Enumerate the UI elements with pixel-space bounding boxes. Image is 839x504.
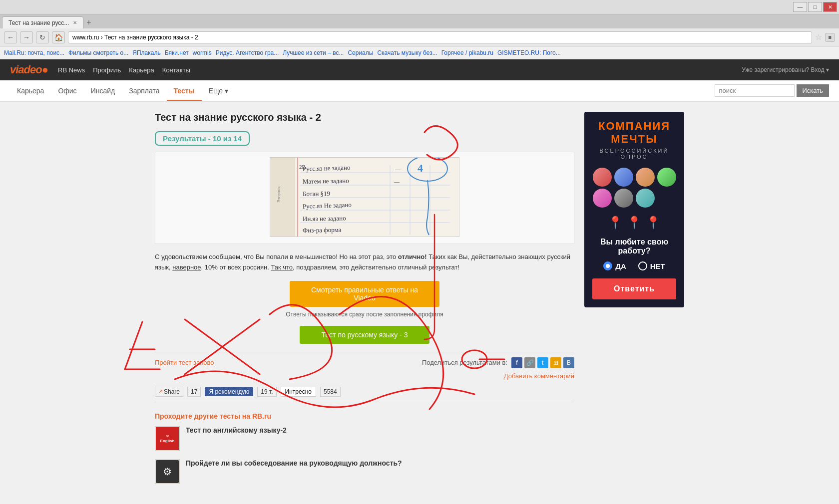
interesting-button[interactable]: Интресно — [281, 387, 316, 397]
other-tests-title[interactable]: Проходите другие тесты на RB.ru — [155, 412, 574, 420]
search-input[interactable] — [715, 84, 795, 97]
test-icon-english-img: ❤ English — [156, 427, 179, 450]
site-header: viadeo● RB News Профиль Карьера Контакты… — [0, 59, 839, 80]
pin-pink-icon: 📍 — [627, 216, 642, 230]
retry-link[interactable]: Пройти тест заново — [155, 359, 214, 366]
close-button[interactable]: ✕ — [823, 2, 837, 12]
tab-close-icon[interactable]: ✕ — [73, 20, 77, 25]
avatar-2 — [614, 168, 633, 187]
ad-title: КОМПАНИЯ МЕЧТЫ — [592, 120, 676, 146]
auth-section[interactable]: Уже зарегистрированы? Вход ▾ — [742, 66, 829, 73]
site-nav: RB News Профиль Карьера Контакты — [58, 66, 190, 74]
nav-profile[interactable]: Профиль — [93, 66, 121, 74]
nav-career[interactable]: Карьера — [129, 66, 154, 74]
main-nav: Карьера Офис Инсайд Зарплата Тесты Еще ▾… — [0, 80, 839, 102]
share-facebook-icon[interactable]: f — [511, 357, 522, 368]
add-comment-link[interactable]: Добавить комментарий — [504, 372, 574, 380]
new-tab-button[interactable]: + — [83, 18, 94, 27]
svg-text:Матем не задано: Матем не задано — [303, 177, 349, 185]
ad-subtitle: ВСЕРОССИЙСКИЙ ОПРОС — [592, 148, 676, 160]
svg-text:2В: 2В — [299, 164, 306, 170]
share-count: 17 — [187, 387, 201, 397]
share-clip-icon[interactable]: 🔗 — [524, 357, 535, 368]
bookmark-mail[interactable]: Mail.Ru: почта, поис... — [4, 49, 64, 56]
bookmark-music[interactable]: Скачать музыку без... — [377, 49, 437, 56]
comment-section: Добавить комментарий — [155, 368, 574, 382]
radio-no-label: НЕТ — [650, 262, 665, 270]
nav-insaid[interactable]: Инсайд — [84, 82, 122, 101]
avatar-4 — [657, 168, 676, 187]
viadeo-answers-button[interactable]: Смотреть правильные ответы на Viadeo — [290, 281, 439, 307]
share-text: Share — [164, 388, 180, 395]
location-pins: 📍 📍 📍 — [592, 216, 676, 230]
test-icon-interview-img: ⚙ — [156, 460, 179, 483]
bookmark-gismeteo[interactable]: GISMETEO.RU: Пого... — [497, 49, 561, 56]
radio-yes[interactable]: ДА — [603, 261, 626, 270]
maximize-button[interactable]: □ — [808, 2, 822, 12]
share-section: Поделиться результатами в: f 🔗 t ⊞ В — [422, 357, 574, 368]
bookmark-best[interactable]: Лучшее из сети – вс... — [283, 49, 344, 56]
fb-count: 19 т. — [257, 387, 276, 397]
refresh-button[interactable]: ↻ — [36, 31, 49, 43]
bookmark-yaplakal[interactable]: ЯПлакаль — [132, 49, 160, 56]
bookmark-serials[interactable]: Сериалы — [348, 49, 373, 56]
fb-recommend-button[interactable]: Я рекомендую — [205, 387, 253, 396]
tab-bar: Тест на знание русс... ✕ + — [0, 14, 839, 28]
radio-yes-dot — [603, 261, 612, 270]
test-title-2[interactable]: Пройдете ли вы собеседование на руководя… — [186, 459, 402, 467]
avatar-7 — [636, 189, 655, 208]
minimize-button[interactable]: — — [793, 2, 807, 12]
next-test-button[interactable]: Тест по русскому языку - 3 — [300, 326, 429, 344]
ad-box: КОМПАНИЯ МЕЧТЫ ВСЕРОССИЙСКИЙ ОПРОС 📍 📍 📍… — [584, 112, 684, 307]
main-content: Тест на знание русского языка - 2 Резуль… — [145, 112, 694, 492]
site-logo: viadeo● — [10, 63, 48, 76]
address-input[interactable] — [68, 31, 812, 43]
nav-testy[interactable]: Тесты — [167, 82, 202, 101]
avatar-6 — [614, 189, 633, 208]
test-title-1[interactable]: Тест по английскому языку-2 — [186, 426, 287, 434]
search-button[interactable]: Искать — [797, 84, 830, 97]
content-area: Тест на знание русского языка - 2 Резуль… — [155, 112, 574, 492]
article-text: С удовольствием сообщаем, что Вы попали … — [155, 252, 574, 273]
svg-text:—: — — [395, 166, 401, 172]
pin-green-icon: 📍 — [646, 216, 661, 230]
search-section: Искать — [715, 80, 830, 101]
share-twitter-icon[interactable]: t — [537, 357, 548, 368]
answer-button[interactable]: Ответить — [592, 278, 676, 299]
active-tab[interactable]: Тест на знание русс... ✕ — [2, 16, 83, 28]
nav-ofis[interactable]: Офис — [51, 82, 83, 101]
result-badge: Результаты - 10 из 14 — [155, 131, 250, 146]
svg-text:Физ-ра форма: Физ-ра форма — [303, 226, 342, 234]
bookmark-star-icon[interactable]: ☆ — [815, 32, 822, 42]
radio-no[interactable]: НЕТ — [638, 261, 665, 270]
pin-red-icon: 📍 — [608, 216, 623, 230]
bookmark-wormis[interactable]: wormis — [193, 49, 212, 56]
bookmark-pikabu[interactable]: Горячее / pikabu.ru — [441, 49, 493, 56]
radio-yes-label: ДА — [615, 262, 626, 270]
avatar-5 — [593, 189, 612, 208]
radio-group: ДА НЕТ — [592, 261, 676, 270]
nav-contacts[interactable]: Контакты — [162, 66, 190, 74]
answers-caption: Ответы показываются сразу после заполнен… — [155, 311, 574, 318]
bookmark-ridus[interactable]: Ридус. Агентство гра... — [216, 49, 279, 56]
forward-button[interactable]: → — [20, 31, 33, 43]
nav-esche[interactable]: Еще ▾ — [202, 82, 235, 101]
bookmark-films[interactable]: Фильмы смотреть о... — [68, 49, 128, 56]
radio-no-dot — [638, 261, 647, 270]
share-vk-icon[interactable]: В — [563, 357, 574, 368]
home-button[interactable]: 🏠 — [52, 31, 65, 43]
avatar-1 — [593, 168, 612, 187]
back-button[interactable]: ← — [4, 31, 17, 43]
share-icon-small: ↗ — [158, 388, 163, 395]
share-grid-icon[interactable]: ⊞ — [550, 357, 561, 368]
interesting-count: 5584 — [320, 387, 341, 397]
bookmark-byaki[interactable]: Бяки.нет — [165, 49, 189, 56]
test-item-1: ❤ English Тест по английскому языку-2 — [155, 426, 574, 451]
test-item-2: ⚙ Пройдете ли вы собеседование на руково… — [155, 459, 574, 484]
nav-rbnews[interactable]: RB News — [58, 66, 85, 74]
avatar-3 — [636, 168, 655, 187]
ad-question: Вы любите свою работу? — [592, 238, 676, 255]
nav-zarplata[interactable]: Зарплата — [122, 82, 166, 101]
nav-kariera[interactable]: Карьера — [10, 82, 51, 101]
browser-menu-button[interactable]: ≡ — [825, 33, 835, 42]
